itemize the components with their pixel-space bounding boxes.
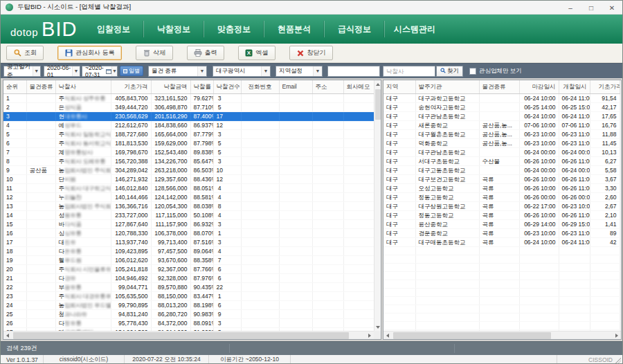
calendar-icon[interactable] <box>106 66 111 76</box>
horizontal-scrollbar[interactable] <box>383 331 621 339</box>
table-row[interactable]: 7계명유통상사169,798,670152,543,48089.838%5 <box>3 148 374 157</box>
table-row[interactable]: 대구경운중학교곡류06-23 10:0006-23 11:0089 <box>383 229 620 238</box>
table-row[interactable]: 18다온유통109,423,89597,457,50089.064%4 <box>3 247 374 256</box>
table-row[interactable]: 대구대구보건고등학교곡류06-26 10:0006-26 11:003,67 <box>383 175 620 184</box>
table-row[interactable]: 20주식회사 시민물류유105,241,81892,367,00087.766%… <box>3 265 374 274</box>
horizontal-scrollbar[interactable] <box>3 331 374 339</box>
table-row[interactable]: 5주식회사 일등학교식품188,727,680165,664,00087.779… <box>3 130 374 139</box>
table-row[interactable]: 15바다식품127,867,640111,157,90086.932%3 <box>3 220 374 229</box>
table-row[interactable]: 대구대구매동초등학교곡류06-24 10:0006-24 11:0042 <box>383 238 620 247</box>
scroll-thumb[interactable] <box>375 89 381 120</box>
region-select[interactable]: 대구광역시▼ <box>213 66 271 77</box>
table-row[interactable]: 26다정유통95,778,43084,372,00088.091%3 <box>3 319 374 328</box>
favorite-company-register-button[interactable]: 관심회사 등록 <box>57 46 122 60</box>
column-header[interactable]: 전화번호 <box>241 80 279 94</box>
agency-search-input[interactable] <box>327 66 380 77</box>
winner-search-input[interactable] <box>383 66 435 77</box>
column-header[interactable]: 물건종류 <box>479 80 519 94</box>
table-row[interactable]: 13농업회사법인 주식회사 ...136,366,716120,054,3008… <box>3 202 374 211</box>
scroll-left-icon[interactable] <box>383 331 392 340</box>
table-row[interactable]: 8주식회사 도레유통156,720,388134,226,70085.647%3 <box>3 157 374 166</box>
table-row[interactable]: 1주식회사 성주유통405,843,700323,161,52079.627%3 <box>3 94 374 103</box>
nav-item-6[interactable]: 시스템관리 <box>385 24 444 35</box>
table-row[interactable]: 대구서대구초등학교수산물06-26 10:0006-26 11:006,27 <box>383 157 620 166</box>
table-row[interactable]: 대구대구상원고등학교곡류06-22 17:0006-23 10:002,67 <box>383 202 620 211</box>
column-header[interactable]: 낙찰건수 <box>213 80 241 94</box>
date-to-field[interactable]: ~2020-07-31 ▼ <box>82 66 118 77</box>
table-row[interactable]: 19웰푸드원106,012,62093,670,60088.358%7 <box>3 256 374 265</box>
table-row[interactable]: 25청과나라유94,831,24086,280,72090.983%9 <box>3 310 374 319</box>
column-header[interactable]: 낙찰사 <box>55 80 111 94</box>
scroll-thumb[interactable] <box>13 332 349 339</box>
table-row[interactable]: 4예성푸드212,612,670184,838,66086.937%12 <box>3 121 374 130</box>
column-header[interactable]: 개찰일시 <box>559 80 590 94</box>
vertical-scrollbar[interactable] <box>374 80 381 331</box>
nav-item-4[interactable]: 현품분석 <box>264 24 324 35</box>
excel-export-button[interactable]: X엑셀 <box>238 46 276 60</box>
table-row[interactable]: 대구덕화중학교공산품,농...06-23 10:0006-23 11:0011,… <box>383 139 620 148</box>
nav-item-5[interactable]: 급식정보 <box>325 24 384 35</box>
close-button[interactable]: ✕ <box>602 1 622 15</box>
table-row[interactable]: 6주식회사 동서학교식품181,813,530159,629,00087.798… <box>3 139 374 148</box>
column-header[interactable]: 주소 <box>312 80 343 94</box>
table-row[interactable]: 대구오성고등학교곡류06-26 10:0006-26 11:003,30 <box>383 184 620 193</box>
table-row[interactable]: 대구정동고등학교곡류06-26 10:0006-26 11:002,10 <box>383 211 620 220</box>
table-row[interactable]: 11주식회사 대구학교식품146,012,840128,566,00088.05… <box>3 184 374 193</box>
table-row[interactable]: 대구대구과학고등학교06-24 10:0006-24 11:0091,54 <box>383 94 620 103</box>
item-type-select[interactable]: 물건 종류▼ <box>148 66 207 77</box>
table-row[interactable]: 대구용산중학교곡류06-29 14:0006-29 15:001,41 <box>383 220 620 229</box>
scroll-thumb[interactable] <box>393 332 551 339</box>
column-header[interactable]: Email <box>279 80 312 94</box>
table-row[interactable]: 12누리들찬140,144,466124,142,00088.581%4 <box>3 193 374 202</box>
column-header[interactable]: 물건종류 <box>26 80 55 94</box>
print-button[interactable]: 출력 <box>187 46 224 60</box>
column-header[interactable]: 낙찰금액 <box>151 80 190 94</box>
table-row[interactable]: 대구대구관남초등학교06-24 00:0006-24 00:0010,13 <box>383 148 620 157</box>
table-row[interactable]: 24농업회사법인 푸드밸...99,790,89588,013,20088.19… <box>3 301 374 310</box>
column-header[interactable]: 발주기관 <box>415 80 479 94</box>
nav-item-1[interactable]: 입찰정보 <box>84 24 143 35</box>
minimize-button[interactable]: – <box>560 1 581 15</box>
scroll-right-icon[interactable] <box>613 331 621 340</box>
scroll-left-icon[interactable] <box>3 331 12 340</box>
date-from-select[interactable]: 2020-06-01▼ <box>44 66 80 77</box>
column-header[interactable]: 마감일시 <box>519 80 559 94</box>
delete-button[interactable]: 삭제 <box>136 46 173 60</box>
table-row[interactable]: 대구새론중학교공산품,농...07-06 10:0007-06 11:0016,… <box>383 121 620 130</box>
table-row[interactable]: 14성원유통233,727,000117,115,00050.108%4 <box>3 211 374 220</box>
table-row[interactable]: 3현대유통사230,568,629201,516,29087.400%17 <box>3 112 374 121</box>
scroll-up-icon[interactable] <box>374 80 381 88</box>
table-row[interactable]: 17대진유113,937,74099,713,40087.516%3 <box>3 238 374 247</box>
nav-item-3[interactable]: 맞춤정보 <box>204 24 264 35</box>
column-header[interactable]: 회사메모 <box>343 80 374 94</box>
daily-toggle-button[interactable]: 일별 <box>120 66 143 76</box>
resize-grip[interactable] <box>615 358 621 363</box>
close-window-button[interactable]: 창닫기 <box>289 46 333 60</box>
maximize-button[interactable]: □ <box>581 1 602 15</box>
find-button[interactable]: 찾기 <box>436 66 463 77</box>
table-row[interactable]: 9공산품농업회사법인 주식회사 ...304,289,042263,218,00… <box>3 166 374 175</box>
table-row[interactable]: 22부광유통99,044,77189,570,88090.435%22 <box>3 283 374 292</box>
table-row[interactable]: 대구정동고등학교곡류06-26 00:0006-26 00:002,60 <box>383 193 620 202</box>
table-row[interactable]: 대구대구월촌초등학교공산품,농...06-23 10:0006-23 11:00… <box>383 130 620 139</box>
table-row[interactable]: 대구송현여자고등학교06-25 14:0006-25 15:0042,17 <box>383 103 620 112</box>
scroll-right-icon[interactable] <box>365 331 374 340</box>
table-row[interactable]: 10단비원146,271,932129,357,60088.436%12 <box>3 175 374 184</box>
column-header[interactable]: 지역 <box>383 80 415 94</box>
scroll-down-icon[interactable] <box>374 323 381 331</box>
table-row[interactable]: 16싱싱유통120,788,330106,378,00088.070%1 <box>3 229 374 238</box>
column-header[interactable]: 기초가격 <box>111 80 151 94</box>
column-header[interactable]: 낙찰률 <box>190 80 213 94</box>
nav-item-2[interactable]: 낙찰정보 <box>144 24 204 35</box>
region-setting-select[interactable]: 지역설정▼ <box>276 66 323 77</box>
date-basis-select[interactable]: 공고일기준▼ <box>3 66 41 77</box>
table-row[interactable]: 대구대구고동초등학교06-24 00:0006-24 00:005,58 <box>383 166 620 175</box>
table-row[interactable]: 23주식회사 대경유통푸...105,635,50088,150,00083.4… <box>3 292 374 301</box>
table-row[interactable]: 21다경유104,946,49292,328,00087.976%6 <box>3 274 374 283</box>
column-header[interactable]: 순위 <box>3 80 26 94</box>
table-row[interactable]: 2은성식품349,444,720306,498,87087.710%5 <box>3 103 374 112</box>
column-header[interactable]: 기초가격 <box>590 80 620 94</box>
query-button[interactable]: 조회 <box>6 46 44 60</box>
table-row[interactable]: 대구대구관남초등학교06-24 10:0006-24 11:0017,65 <box>383 112 620 121</box>
favorites-only-checkbox[interactable] <box>469 68 476 75</box>
